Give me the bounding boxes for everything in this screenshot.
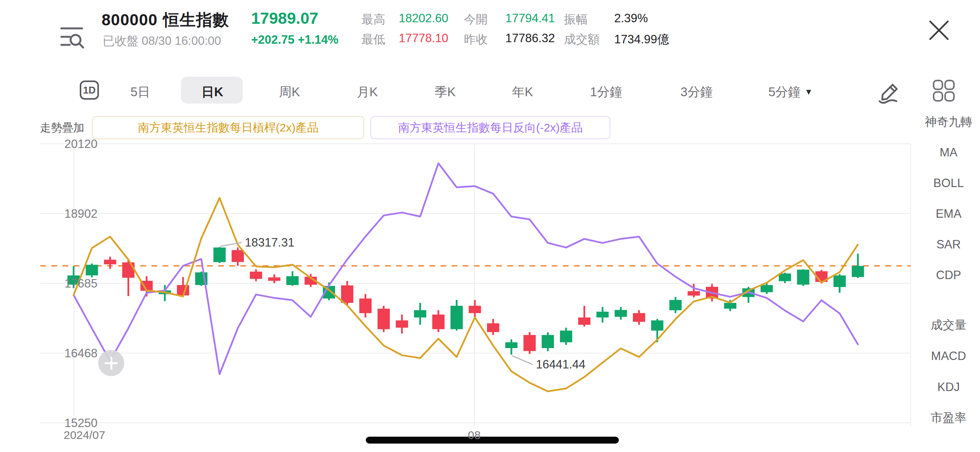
candle xyxy=(432,310,444,332)
sidebar-item-BOLL[interactable]: BOLL xyxy=(933,176,964,190)
candle xyxy=(122,259,135,296)
y-axis-label: 20120 xyxy=(64,137,97,151)
sidebar-item-MA[interactable]: MA xyxy=(940,146,958,159)
candle xyxy=(578,306,590,327)
y-axis-label: 17685 xyxy=(64,277,97,290)
annotation-pointer xyxy=(512,356,533,365)
candle xyxy=(633,310,645,325)
candle xyxy=(469,300,481,317)
add-floating-button[interactable] xyxy=(98,350,124,376)
candle xyxy=(396,315,408,334)
high-annotation: 18317.31 xyxy=(245,236,294,249)
candle xyxy=(451,300,463,330)
candle xyxy=(378,306,390,332)
x-axis-label-august: 08 xyxy=(468,429,480,442)
sidebar-item-MACD[interactable]: MACD xyxy=(931,349,966,363)
sidebar-item-CDP[interactable]: CDP xyxy=(936,268,961,282)
sidebar-item-EMA[interactable]: EMA xyxy=(936,207,961,221)
sidebar-item-市盈率[interactable]: 市盈率 xyxy=(931,410,967,426)
candle xyxy=(177,277,189,296)
candle xyxy=(487,319,499,335)
candle xyxy=(615,307,627,320)
low-annotation: 16441.44 xyxy=(536,358,585,371)
candle xyxy=(797,269,809,286)
y-axis-label: 15250 xyxy=(64,416,97,430)
candle xyxy=(542,332,554,351)
candle xyxy=(250,270,262,281)
sidebar-item-神奇九轉[interactable]: 神奇九轉 xyxy=(925,114,972,130)
candle xyxy=(505,339,518,355)
candle xyxy=(286,271,299,286)
y-axis-label: 16468 xyxy=(64,347,97,360)
sidebar-item-SAR[interactable]: SAR xyxy=(936,238,961,251)
candle xyxy=(597,307,609,322)
y-axis-label: 18902 xyxy=(64,207,97,220)
candle xyxy=(414,303,426,325)
candle xyxy=(359,294,372,317)
chart-scrollbar[interactable] xyxy=(366,437,619,444)
candle xyxy=(214,247,226,263)
candle xyxy=(560,328,572,345)
candlestick-chart[interactable]: 18317.3116441.44201201890217685164681525… xyxy=(0,0,980,452)
sidebar-item-成交量[interactable]: 成交量 xyxy=(931,317,967,333)
candle xyxy=(268,274,280,283)
candle xyxy=(669,297,682,313)
x-axis-label-july: 2024/07 xyxy=(64,429,105,442)
candle xyxy=(834,274,846,293)
candle xyxy=(104,257,116,269)
candle xyxy=(523,332,536,354)
sidebar-item-KDJ[interactable]: KDJ xyxy=(937,380,960,394)
candle xyxy=(86,263,98,277)
